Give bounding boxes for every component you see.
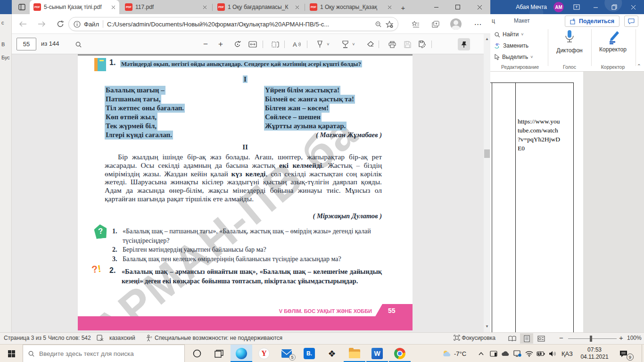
info-icon[interactable] <box>74 21 81 28</box>
ribbon-tab-partial[interactable]: ц <box>492 17 495 24</box>
search-input[interactable] <box>39 350 171 357</box>
address-url[interactable]: C:/Users/admin/Documents/Новый%20формат/… <box>107 21 371 28</box>
address-scheme-label[interactable]: Файл <box>84 21 99 28</box>
profile-avatar[interactable] <box>449 18 462 30</box>
replace-button[interactable]: b Заменить <box>494 42 528 49</box>
taskbar-edge[interactable] <box>231 345 252 362</box>
zoom-in-button[interactable]: + <box>619 334 623 342</box>
pdf-viewer[interactable]: АРМАН-ПВ ба 1. Мәтіндерді оқып, негізгі … <box>12 54 484 332</box>
favorites-button[interactable] <box>409 18 422 30</box>
taskbar-chrome[interactable] <box>389 345 411 362</box>
taskbar-search[interactable] <box>23 345 185 362</box>
task-view-button[interactable] <box>208 345 230 362</box>
tab-close-icon[interactable] <box>388 5 392 9</box>
refresh-button[interactable] <box>54 18 66 30</box>
pdf-scrollbar[interactable]: ▲ ▼ <box>484 34 490 332</box>
tray-battery-icon[interactable] <box>536 345 546 362</box>
web-layout-button[interactable] <box>535 333 548 344</box>
settings-menu-button[interactable]: ⋯ <box>471 18 485 30</box>
status-language[interactable]: казахский <box>109 335 135 341</box>
collections-button[interactable] <box>429 18 442 30</box>
scroll-up-icon[interactable]: ▲ <box>484 37 490 41</box>
tray-volume-icon[interactable] <box>547 345 558 362</box>
back-button[interactable] <box>17 18 29 30</box>
tray-expand-button[interactable] <box>476 345 486 362</box>
taskbar-mail[interactable]: 5 <box>276 345 297 362</box>
status-page-info[interactable]: Страница 3 из 5 <box>4 335 46 341</box>
fit-to-width-button[interactable] <box>247 38 259 50</box>
read-mode-button[interactable] <box>505 333 519 344</box>
pdf-zoom-in-button[interactable]: + <box>215 38 227 50</box>
word-avatar[interactable]: AM <box>553 2 564 12</box>
edge-close-button[interactable] <box>469 0 490 14</box>
save-as-button[interactable] <box>416 38 429 50</box>
taskbar-dropbox[interactable]: ❖ <box>321 345 343 362</box>
zoom-slider-thumb[interactable] <box>590 336 592 342</box>
find-button[interactable]: Найти˅ <box>494 31 524 38</box>
word-close-button[interactable] <box>627 2 639 12</box>
tab-active[interactable]: PDF 5-сынып Қазақ тілі.pdf <box>30 0 119 14</box>
status-accessibility[interactable]: Специальные возможности: не поддерживают… <box>155 335 282 341</box>
address-bar[interactable]: Файл C:/Users/admin/Documents/Новый%20фо… <box>68 17 398 31</box>
scrollbar-thumb[interactable] <box>484 149 490 158</box>
action-center-button[interactable]: 9 <box>617 345 630 362</box>
print-layout-button[interactable] <box>520 333 533 344</box>
word-document-page[interactable] <box>490 72 583 332</box>
taskbar-explorer[interactable] <box>344 345 365 362</box>
word-minimize-button[interactable] <box>589 2 602 12</box>
cortana-button[interactable] <box>186 345 208 362</box>
dictate-button[interactable]: Диктофон <box>550 29 589 64</box>
page-view-button[interactable] <box>269 38 281 50</box>
read-aloud-button[interactable]: A <box>291 38 303 50</box>
ribbon-display-options-button[interactable] <box>570 2 583 12</box>
draw-options-chevron[interactable]: ˅ <box>324 38 332 50</box>
show-desktop-button[interactable] <box>642 345 644 362</box>
proofing-error-icon[interactable] <box>97 335 104 341</box>
add-favorite-icon[interactable] <box>386 21 393 28</box>
collapse-ribbon-button[interactable]: ⌃ <box>637 63 641 69</box>
zoom-out-button[interactable]: − <box>559 334 563 342</box>
select-button[interactable]: Выделить˅ <box>494 54 533 60</box>
tray-display-icon[interactable] <box>512 345 522 362</box>
tray-wifi-icon[interactable] <box>524 345 534 362</box>
status-word-count[interactable]: Число слов: 542 <box>48 335 91 341</box>
taskbar-yandex[interactable]: Y <box>253 345 275 362</box>
start-button[interactable] <box>0 345 23 362</box>
zoom-indicator-icon[interactable] <box>375 21 382 28</box>
focus-mode-button[interactable]: Фокусировка <box>454 335 495 341</box>
language-indicator[interactable]: ҚАЗ <box>559 345 575 362</box>
word-restore-button[interactable] <box>608 2 620 12</box>
tray-onedrive-icon[interactable] <box>500 345 511 362</box>
editor-button[interactable]: Корректор <box>593 29 633 64</box>
clock[interactable]: 07:53 04.11.2021 <box>578 346 611 361</box>
tab-close-icon[interactable] <box>295 5 299 9</box>
tab[interactable]: PDF 1 Оқу жоспары_Қазақ <box>306 0 396 14</box>
pdf-search-button[interactable] <box>72 38 84 50</box>
scroll-down-icon[interactable]: ▼ <box>484 324 490 329</box>
comments-button[interactable] <box>624 16 638 27</box>
share-button[interactable]: Поделиться <box>565 16 619 27</box>
rotate-button[interactable] <box>231 38 244 50</box>
tab-close-icon[interactable] <box>111 5 116 9</box>
taskbar-vk[interactable]: B. <box>298 345 320 362</box>
forward-button[interactable] <box>35 18 48 30</box>
weather-widget[interactable]: -7°C <box>442 345 466 362</box>
tab-actions-menu-button[interactable] <box>16 2 28 12</box>
tab-close-icon[interactable] <box>203 5 207 9</box>
taskbar-word[interactable]: W <box>366 345 388 362</box>
zoom-percent[interactable]: 100% <box>627 335 642 341</box>
print-button[interactable] <box>386 38 398 50</box>
pdf-zoom-out-button[interactable]: − <box>199 38 212 50</box>
tab[interactable]: PDF 1 Оқу бағдарламасы_К <box>214 0 303 14</box>
tab[interactable]: PDF 117.pdf <box>121 0 211 14</box>
edge-maximize-button[interactable] <box>447 0 469 14</box>
zoom-slider-track[interactable] <box>568 338 617 339</box>
tray-tablet-icon[interactable] <box>488 345 499 362</box>
erase-button[interactable] <box>364 38 377 50</box>
tab-layout[interactable]: Макет <box>514 17 530 24</box>
edge-minimize-button[interactable] <box>425 0 447 14</box>
new-tab-button[interactable]: + <box>397 2 409 13</box>
highlight-options-chevron[interactable]: ˅ <box>350 38 357 50</box>
page-number-input[interactable] <box>17 38 36 50</box>
pin-toolbar-button[interactable] <box>458 38 470 50</box>
